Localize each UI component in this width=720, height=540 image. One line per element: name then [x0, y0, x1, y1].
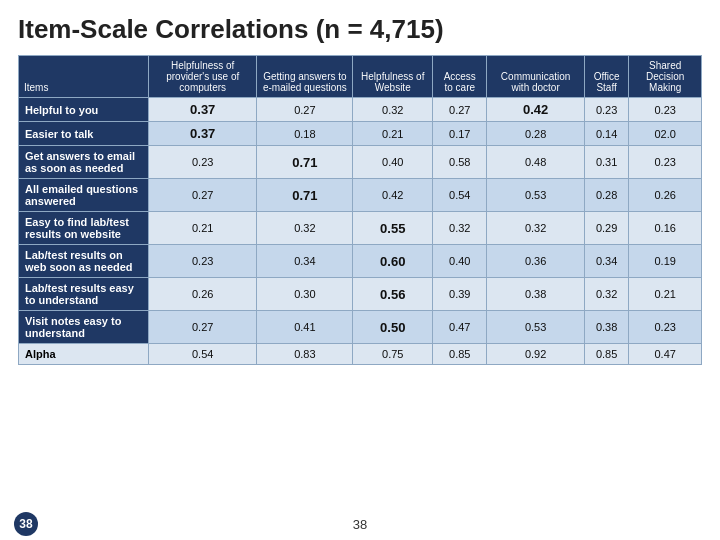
table-cell: 0.26 — [149, 278, 257, 311]
table-cell: 0.71 — [257, 146, 353, 179]
table-row-label: Helpful to you — [19, 98, 149, 122]
table-cell: 0.14 — [584, 122, 629, 146]
table-cell: 0.50 — [353, 311, 433, 344]
table-cell: 0.40 — [433, 245, 487, 278]
table-row-label: Get answers to email as soon as needed — [19, 146, 149, 179]
table-cell: 0.32 — [433, 212, 487, 245]
table-row-label: Lab/test results on web soon as needed — [19, 245, 149, 278]
table-cell: 0.27 — [433, 98, 487, 122]
table-cell: 0.40 — [353, 146, 433, 179]
col-header-items: Items — [19, 56, 149, 98]
table-cell: 0.42 — [353, 179, 433, 212]
table-cell: 0.39 — [433, 278, 487, 311]
table-cell: 0.31 — [584, 146, 629, 179]
table-cell: 0.85 — [584, 344, 629, 365]
table-cell: 0.85 — [433, 344, 487, 365]
table-cell: 0.32 — [257, 212, 353, 245]
col-header-access: Access to care — [433, 56, 487, 98]
table-cell: 0.23 — [629, 98, 702, 122]
table-cell: 0.30 — [257, 278, 353, 311]
table-cell: 0.34 — [584, 245, 629, 278]
table-row-label: Visit notes easy to understand — [19, 311, 149, 344]
page-title: Item-Scale Correlations (n = 4,715) — [18, 14, 702, 45]
table-cell: 0.37 — [149, 122, 257, 146]
col-header-office-staff: Office Staff — [584, 56, 629, 98]
table-cell: 0.55 — [353, 212, 433, 245]
table-cell: 0.16 — [629, 212, 702, 245]
table-row-label: Alpha — [19, 344, 149, 365]
table-cell: 0.27 — [149, 311, 257, 344]
table-cell: 0.19 — [629, 245, 702, 278]
table-cell: 0.32 — [487, 212, 584, 245]
table-cell: 0.28 — [584, 179, 629, 212]
table-cell: 0.56 — [353, 278, 433, 311]
table-cell: 0.54 — [433, 179, 487, 212]
col-header-helpfulness-website: Helpfulness of Website — [353, 56, 433, 98]
table-cell: 0.36 — [487, 245, 584, 278]
table-cell: 0.53 — [487, 179, 584, 212]
table-cell: 0.41 — [257, 311, 353, 344]
table-cell: 02.0 — [629, 122, 702, 146]
table-cell: 0.23 — [629, 146, 702, 179]
col-header-communication: Communication with doctor — [487, 56, 584, 98]
table-cell: 0.53 — [487, 311, 584, 344]
table-cell: 0.27 — [149, 179, 257, 212]
table-cell: 0.60 — [353, 245, 433, 278]
table-row-label: All emailed questions answered — [19, 179, 149, 212]
table-cell: 0.48 — [487, 146, 584, 179]
table-cell: 0.54 — [149, 344, 257, 365]
table-cell: 0.38 — [487, 278, 584, 311]
table-cell: 0.23 — [149, 146, 257, 179]
page: Item-Scale Correlations (n = 4,715) Item… — [0, 0, 720, 540]
table-cell: 0.23 — [584, 98, 629, 122]
table-row-label: Easy to find lab/test results on website — [19, 212, 149, 245]
table-cell: 0.71 — [257, 179, 353, 212]
table-cell: 0.83 — [257, 344, 353, 365]
col-header-shared: Shared Decision Making — [629, 56, 702, 98]
table-cell: 0.32 — [353, 98, 433, 122]
col-header-helpfulness: Helpfulness of provider's use of compute… — [149, 56, 257, 98]
table-cell: 0.75 — [353, 344, 433, 365]
table-cell: 0.23 — [629, 311, 702, 344]
table-cell: 0.26 — [629, 179, 702, 212]
table-cell: 0.37 — [149, 98, 257, 122]
table-cell: 0.29 — [584, 212, 629, 245]
table-cell: 0.27 — [257, 98, 353, 122]
slide-badge: 38 — [14, 512, 38, 536]
table-cell: 0.42 — [487, 98, 584, 122]
table-cell: 0.32 — [584, 278, 629, 311]
table-cell: 0.21 — [353, 122, 433, 146]
col-header-getting: Getting answers to e-mailed questions — [257, 56, 353, 98]
page-number: 38 — [353, 517, 367, 532]
table-cell: 0.21 — [629, 278, 702, 311]
table-row-label: Easier to talk — [19, 122, 149, 146]
correlation-table: Items Helpfulness of provider's use of c… — [18, 55, 702, 365]
table-cell: 0.47 — [629, 344, 702, 365]
table-cell: 0.18 — [257, 122, 353, 146]
table-cell: 0.47 — [433, 311, 487, 344]
table-cell: 0.21 — [149, 212, 257, 245]
table-cell: 0.34 — [257, 245, 353, 278]
table-cell: 0.17 — [433, 122, 487, 146]
table-cell: 0.58 — [433, 146, 487, 179]
table-cell: 0.92 — [487, 344, 584, 365]
table-row-label: Lab/test results easy to understand — [19, 278, 149, 311]
table-cell: 0.38 — [584, 311, 629, 344]
table-cell: 0.23 — [149, 245, 257, 278]
table-cell: 0.28 — [487, 122, 584, 146]
